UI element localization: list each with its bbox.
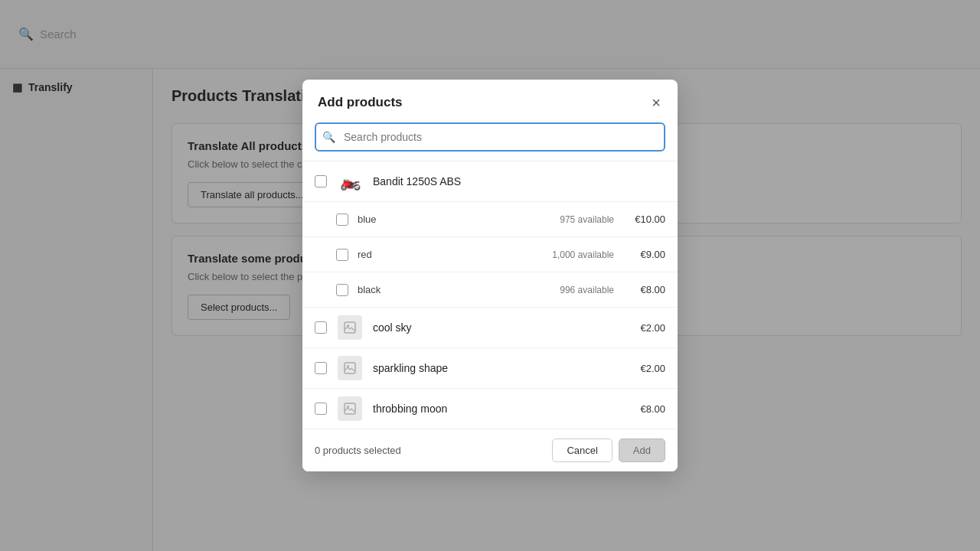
search-input[interactable] [315,122,665,152]
product-checkbox-cool-sky[interactable] [315,321,327,334]
product-list: 🏍️ Bandit 1250S ABS blue 975 available €… [302,161,678,429]
list-item: cool sky €2.00 [302,308,678,348]
svg-point-3 [347,365,349,367]
svg-rect-2 [345,363,355,373]
product-thumb-throbbing-moon [336,395,364,422]
add-button[interactable]: Add [619,439,665,462]
availability-black: 996 available [537,285,614,295]
price-blue: €10.00 [623,214,665,225]
variant-name-red: red [358,249,528,260]
add-products-modal: Add products × 🔍 🏍️ Bandit 1250S ABS [302,80,678,471]
availability-red: 1,000 available [537,249,614,260]
modal-overlay: Add products × 🔍 🏍️ Bandit 1250S ABS [0,0,980,551]
svg-rect-0 [345,322,355,333]
cancel-button[interactable]: Cancel [552,439,612,462]
product-checkbox-blue[interactable] [336,214,348,226]
modal-title: Add products [318,95,403,110]
placeholder-image-icon [338,315,362,340]
product-checkbox-sparkling-shape[interactable] [315,362,327,374]
price-black: €8.00 [623,284,665,295]
placeholder-image-icon [338,396,362,421]
selected-count: 0 products selected [315,445,401,456]
list-item: red 1,000 available €9.00 [302,237,678,272]
product-thumb-cool-sky [336,314,364,341]
product-checkbox-red[interactable] [336,249,348,261]
search-wrap: 🔍 [302,122,678,161]
price-red: €9.00 [623,249,665,260]
placeholder-image-icon [338,356,362,380]
list-item: throbbing moon €8.00 [302,389,678,429]
moto-icon: 🏍️ [340,171,361,191]
price-sparkling-shape: €2.00 [623,363,665,374]
product-name-bandit: Bandit 1250S ABS [373,175,665,187]
product-checkbox-black[interactable] [336,284,348,296]
modal-search-icon: 🔍 [322,131,335,143]
modal-footer: 0 products selected Cancel Add [302,429,678,471]
footer-buttons: Cancel Add [552,439,665,462]
availability-blue: 975 available [537,214,614,225]
list-item: black 996 available €8.00 [302,272,678,308]
product-checkbox-bandit[interactable] [315,175,327,187]
product-name-cool-sky: cool sky [373,321,614,334]
price-throbbing-moon: €8.00 [623,403,665,415]
product-thumb-bandit: 🏍️ [336,168,364,195]
list-item: blue 975 available €10.00 [302,202,678,237]
product-name-throbbing-moon: throbbing moon [373,403,614,415]
svg-point-5 [347,406,349,408]
list-item: sparkling shape €2.00 [302,348,678,389]
modal-header: Add products × [302,80,678,122]
price-cool-sky: €2.00 [623,322,665,334]
list-item: 🏍️ Bandit 1250S ABS [302,161,678,202]
modal-close-button[interactable]: × [650,93,662,112]
product-checkbox-throbbing-moon[interactable] [315,403,327,415]
svg-point-1 [347,324,349,327]
variant-name-black: black [358,284,528,295]
svg-rect-4 [345,403,355,414]
variant-name-blue: blue [358,214,528,225]
product-name-sparkling-shape: sparkling shape [373,362,614,374]
product-thumb-sparkling-shape [336,354,364,382]
